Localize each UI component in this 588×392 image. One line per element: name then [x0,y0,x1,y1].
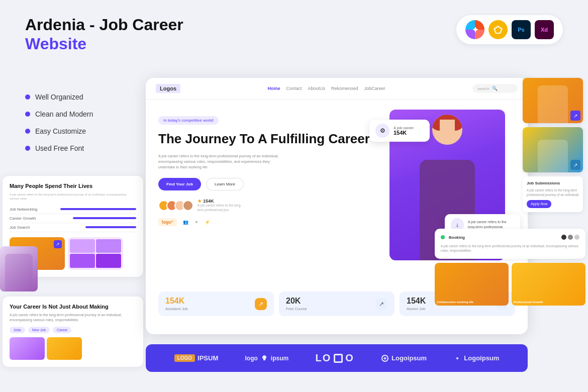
thumb-person-1 [538,85,568,123]
career-imgs [10,337,136,360]
feature-item-1: Well Organized [25,93,93,101]
logo-snowflake-icon [453,354,461,362]
logo-text-3: ipsum [271,355,288,362]
sketch-badge [488,20,508,39]
logo-icon-2: ✦ [194,220,199,225]
nav-link-jobcareer[interactable]: JobCareer [364,86,385,91]
job-card-value: 154K [394,130,414,136]
find-job-button[interactable]: Find Your Job [158,178,201,190]
mini-item-label: Job Networking [10,207,37,212]
career-img-2 [47,337,82,360]
feature-label-1: Well Organized [35,93,83,101]
thumb-arrow-1: ↗ [570,111,580,121]
person-card-left [0,246,38,291]
nav-link-home[interactable]: Home [267,86,280,91]
thumb-desc: A job career refers to the long-term pro… [527,188,579,197]
feature-dot-4 [25,146,30,151]
tag-3: Career [53,327,71,333]
stat-info-3: 154K Alumni Job [407,297,426,311]
nav-link-about[interactable]: AboutUs [308,86,325,91]
header: Ardenia - Job Career Website ✦ Ps Xd [0,0,588,64]
tag-1: Jobs [10,327,25,333]
feature-item-2: Clean and Modern [25,110,93,118]
mini-bar-3 [85,226,136,228]
br-img-card-2: Professional Growth [512,263,585,306]
nav-link-rekomenoed[interactable]: Rekomenoed [331,86,358,91]
career-card: Your Career Is Not Just About Making A j… [3,297,143,367]
avatar-4 [182,200,193,211]
thumb-card-2: ↗ [523,127,583,172]
thumb-card-1: ↗ [523,78,583,123]
career-tags: Jobs New Job Career [10,327,136,333]
mini-list-item-1: Job Networking [10,205,136,214]
logo-text-1: IPSUM [198,354,218,362]
stat-card-2: 20K Free Course ↗ [279,291,395,316]
active-dot [441,235,445,239]
mini-bar-1 [60,208,136,210]
control-dot-3 [574,235,579,240]
control-dot-1 [561,235,566,240]
br-img-label-1: Collaborative working life [437,301,473,304]
logo-text-5: O [345,352,354,364]
job-card-icon-1: ⚙ [375,124,389,138]
logo-text-7: Logoipsum [464,354,499,362]
logo-box-1: LOGO [174,354,195,362]
feature-label-2: Clean and Modern [35,110,93,118]
stat-label-1: Assistent Job [165,307,188,311]
logos-bar-item-5: Logoipsum [453,354,499,362]
stat-number-1: 154K [165,297,188,306]
thumb-arrow-2: ↗ [570,160,580,170]
job-card-text-1: A job career 154K [394,126,414,136]
bottom-right-section: Booking A job career refers to the long-… [435,229,585,306]
stat-card-1: 154K Assistent Job ↗ [158,291,274,316]
stat-arrow-1: ↗ [255,298,267,310]
stat-arrow-2: ↗ [375,298,387,310]
feature-dot-3 [25,129,30,134]
career-img-1 [10,337,45,360]
avatar-group [158,200,193,211]
tag-2: New Job [28,327,50,333]
booking-bar: Booking [441,235,579,240]
nav-logo: Logos [156,84,180,93]
avatar-sub: A job career refers to the long-term pro… [198,204,243,212]
hero-buttons: Find Your Job Learn More [158,178,374,190]
job-card-float-1: ⚙ A job career 154K [369,120,430,142]
person-image-left [0,246,38,291]
person-face [440,120,455,132]
hero-left: In today's competitive world! The Journe… [158,110,384,275]
br-img-card-1: Collaborative working life [435,263,509,306]
stat-number-2: 20K [286,297,307,306]
mini-item-label-3: Job Search [10,225,30,230]
mini-list-item-2: Career Growth [10,214,136,223]
hero-avatars: ★ 154K A job career refers to the long-t… [158,199,374,212]
logo-circle-icon [381,354,389,362]
feature-label-3: Easy Customize [35,127,86,135]
hero-logos: logo° 👥 ✦ ⚡ [158,218,374,226]
br-text: A job career refers to the long-term pro… [441,244,579,253]
logo-animal-icon [260,354,268,362]
thumb-btn[interactable]: Apply Now [527,200,551,208]
learn-more-button[interactable]: Learn More [206,178,244,190]
mini-bar-2 [73,217,136,219]
thumb-title: Job Submissions [527,180,579,186]
xd-badge: Xd [535,20,554,39]
small-card-title: Many People Spend Their Lives [10,183,136,189]
preview-nav: Logos Home Contact AboutUs Rekomenoed Jo… [146,78,528,100]
subtitle: Website [25,34,183,53]
booking-controls [561,235,579,240]
logo-1: logo° [158,218,177,226]
small-card-subtitle: A job career refers to the long-term pro… [10,193,136,201]
features-list: Well Organized Clean and Modern Easy Cus… [25,93,93,161]
logo-text-2: logo [245,355,258,362]
logos-bar-item-1: LOGO IPSUM [174,354,219,362]
avatar-info: ★ 154K A job career refers to the long-t… [198,199,243,212]
nav-link-contact[interactable]: Contact [286,86,302,91]
avatar-count: ★ 154K [198,199,243,204]
right-thumbnails: ↗ ↗ Job Submissions A job career refers … [523,78,588,212]
control-dot-2 [568,235,573,240]
person-head [432,115,462,145]
nav-search[interactable]: search 🔍 [472,84,518,93]
logos-bar-item-2: logo ipsum [245,354,289,362]
main-title: Ardenia - Job Career [25,15,183,34]
thumb-text-card: Job Submissions A job career refers to t… [523,176,583,212]
